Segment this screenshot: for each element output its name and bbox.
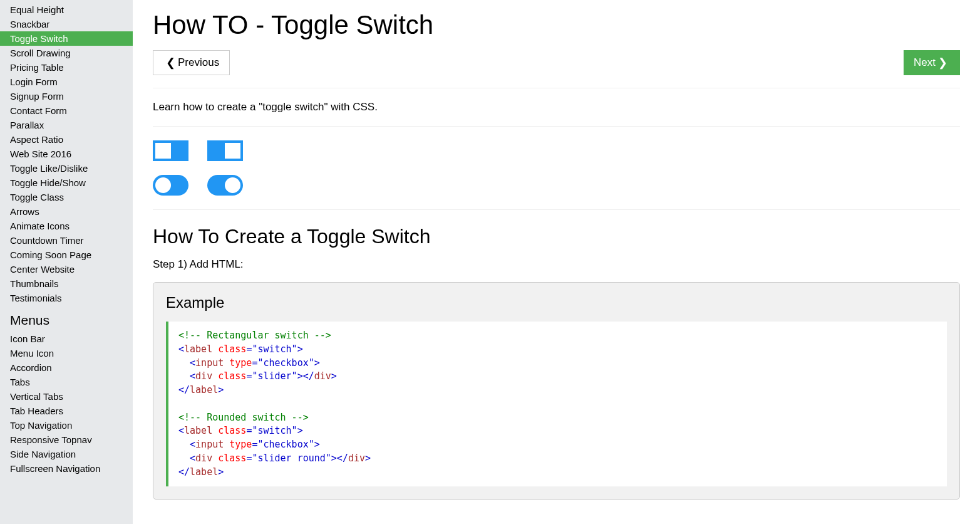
- sidebar[interactable]: Equal HeightSnackbarToggle SwitchScroll …: [0, 0, 133, 524]
- sidebar-section-menus: Menus: [0, 305, 133, 332]
- sidebar-item-thumbnails[interactable]: Thumbnails: [0, 276, 133, 291]
- sidebar-item-login-form[interactable]: Login Form: [0, 75, 133, 89]
- sidebar-item-arrows[interactable]: Arrows: [0, 204, 133, 219]
- intro-text: Learn how to create a "toggle switch" wi…: [153, 101, 960, 113]
- code-block: <!-- Rectangular switch --> <label class…: [166, 322, 947, 486]
- divider: [153, 88, 960, 88]
- next-button[interactable]: Next ❯: [904, 50, 960, 75]
- sidebar-item-tab-headers[interactable]: Tab Headers: [0, 404, 133, 418]
- round-switch-row: [153, 175, 960, 196]
- sidebar-item-fullscreen-navigation[interactable]: Fullscreen Navigation: [0, 461, 133, 476]
- previous-label: Previous: [178, 56, 219, 69]
- sidebar-item-toggle-class[interactable]: Toggle Class: [0, 190, 133, 204]
- example-box: Example <!-- Rectangular switch --> <lab…: [153, 282, 960, 500]
- sidebar-item-side-navigation[interactable]: Side Navigation: [0, 447, 133, 461]
- toggle-switch-round-off[interactable]: [153, 175, 188, 196]
- sidebar-item-vertical-tabs[interactable]: Vertical Tabs: [0, 389, 133, 404]
- toggle-switch-square-off[interactable]: [153, 140, 188, 161]
- sidebar-item-pricing-table[interactable]: Pricing Table: [0, 60, 133, 75]
- sidebar-item-countdown-timer[interactable]: Countdown Timer: [0, 233, 133, 248]
- example-title: Example: [166, 294, 947, 312]
- sidebar-item-web-site-2016[interactable]: Web Site 2016: [0, 147, 133, 161]
- sidebar-item-toggle-like-dislike[interactable]: Toggle Like/Dislike: [0, 161, 133, 176]
- sidebar-item-testimonials[interactable]: Testimonials: [0, 291, 133, 305]
- previous-button[interactable]: ❮ Previous: [153, 50, 230, 75]
- step-text: Step 1) Add HTML:: [153, 258, 960, 271]
- sidebar-item-snackbar[interactable]: Snackbar: [0, 17, 133, 31]
- sidebar-item-toggle-switch[interactable]: Toggle Switch: [0, 31, 133, 46]
- next-label: Next: [914, 56, 936, 69]
- sidebar-item-parallax[interactable]: Parallax: [0, 118, 133, 132]
- toggle-switch-square-on[interactable]: [207, 140, 243, 161]
- sidebar-item-scroll-drawing[interactable]: Scroll Drawing: [0, 46, 133, 60]
- sidebar-item-menu-icon[interactable]: Menu Icon: [0, 346, 133, 360]
- toggle-switch-round-on[interactable]: [207, 175, 243, 196]
- square-switch-row: [153, 140, 960, 161]
- chevron-left-icon: ❮: [166, 56, 175, 70]
- divider: [153, 126, 960, 127]
- sidebar-item-coming-soon-page[interactable]: Coming Soon Page: [0, 248, 133, 262]
- sidebar-item-equal-height[interactable]: Equal Height: [0, 3, 133, 17]
- sidebar-item-responsive-topnav[interactable]: Responsive Topnav: [0, 432, 133, 447]
- chevron-right-icon: ❯: [938, 56, 947, 70]
- sidebar-item-signup-form[interactable]: Signup Form: [0, 89, 133, 103]
- main-content: How TO - Toggle Switch ❮ Previous Next ❯…: [133, 0, 980, 524]
- sidebar-item-center-website[interactable]: Center Website: [0, 262, 133, 276]
- divider: [153, 209, 960, 210]
- section-title: How To Create a Toggle Switch: [153, 225, 960, 248]
- sidebar-item-aspect-ratio[interactable]: Aspect Ratio: [0, 132, 133, 147]
- sidebar-item-top-navigation[interactable]: Top Navigation: [0, 418, 133, 432]
- sidebar-item-contact-form[interactable]: Contact Form: [0, 103, 133, 118]
- sidebar-item-tabs[interactable]: Tabs: [0, 375, 133, 389]
- sidebar-item-icon-bar[interactable]: Icon Bar: [0, 332, 133, 346]
- sidebar-item-toggle-hide-show[interactable]: Toggle Hide/Show: [0, 176, 133, 190]
- sidebar-item-accordion[interactable]: Accordion: [0, 360, 133, 375]
- page-title: How TO - Toggle Switch: [153, 10, 960, 40]
- sidebar-item-animate-icons[interactable]: Animate Icons: [0, 219, 133, 233]
